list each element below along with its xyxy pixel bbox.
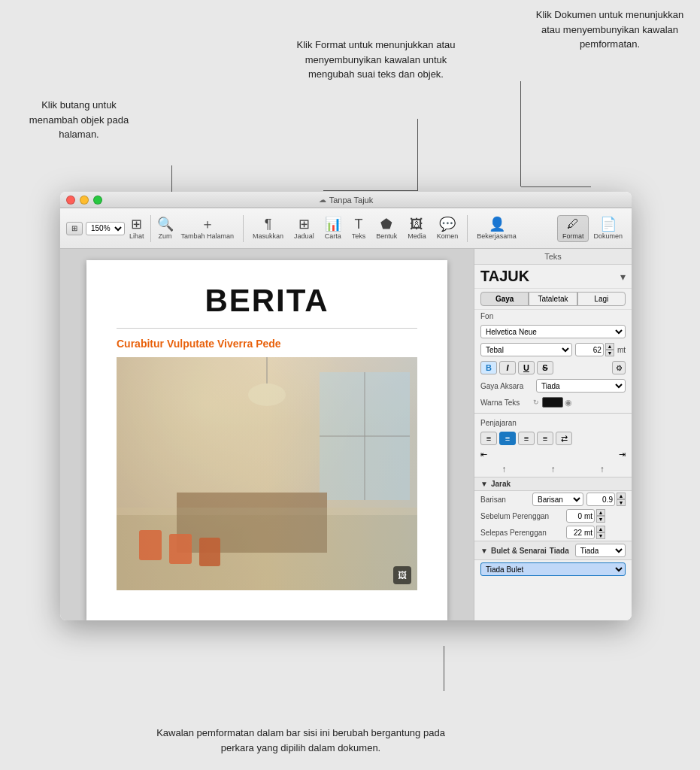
alignment-label: Penjajaran [480,419,517,427]
document-page: BERITA Curabitur Vulputate Viverra Pede [86,260,447,620]
sidebar-tabs-row: Gaya Tataletak Lagi [474,289,632,310]
alignment-label-row: Penjajaran [474,417,632,429]
zoom-select[interactable]: 150% 100% 75% [86,222,125,235]
before-para-label: Sebelum Perenggan [480,512,563,520]
color-wheel-icon[interactable]: ◉ [565,398,572,408]
align-indent-button[interactable]: ⇄ [556,432,572,445]
line-spacing-select[interactable]: Barisan [532,493,583,506]
font-name-select[interactable]: Helvetica Neue [480,325,626,338]
insert-button[interactable]: ¶ Masukkan [250,216,286,241]
spacing-up-center[interactable]: ↑ [550,464,555,474]
media-button[interactable]: 🖼 Media [405,216,429,241]
callout-line-middle [417,119,418,190]
line-spacing-value-group: ▲ ▼ [586,493,626,506]
view-button[interactable]: ⊞ [66,222,83,235]
font-weight-select[interactable]: Tebal Biasa [480,343,572,356]
callout-line-left [171,165,172,192]
after-para-row: Selepas Perenggan ▲ ▼ [474,524,632,541]
paragraph-style-chevron[interactable]: ▾ [620,271,626,283]
collaborate-button[interactable]: 👤 Bekerjasama [474,216,520,241]
document-headline: BERITA [117,283,417,319]
zoom-icon: 🔍 [157,217,174,231]
chart-button[interactable]: 📊 Carta [322,216,344,241]
before-para-up[interactable]: ▲ [596,509,605,516]
line-spacing-up[interactable]: ▲ [617,493,626,499]
font-size-stepper: ▲ ▼ [605,343,614,356]
text-color-label: Warna Teks [480,399,533,407]
font-size-unit: mt [617,346,626,354]
spacing-up-right[interactable]: ↑ [600,464,605,474]
comment-button[interactable]: 💬 Komen [434,216,462,241]
bullets-section[interactable]: ▼ Bulet & Senarai Tiada Tiada [474,541,632,560]
bold-button[interactable]: B [480,361,497,374]
callout-line-top-right-h [521,186,591,187]
text-options-button[interactable]: ⚙ [612,361,626,374]
font-size-up[interactable]: ▲ [605,343,614,350]
view-icon: ⊞ [131,217,142,231]
document-button[interactable]: 📄 Dokumen [590,216,626,241]
align-left-button[interactable]: ≡ [480,432,497,445]
strikethrough-button[interactable]: S [537,361,553,374]
tab-gaya[interactable]: Gaya [480,292,529,306]
tab-tataletak[interactable]: Tataletak [529,292,577,306]
tiada-bulet-select[interactable]: Tiada Bulet [480,562,626,576]
bullets-triangle: ▼ [480,547,488,555]
char-style-select[interactable]: Tiada [536,379,626,393]
spacing-triangle: ▼ [480,480,488,488]
maximize-button[interactable] [93,196,102,205]
align-justify-button[interactable]: ≡ [537,432,553,445]
add-page-button[interactable]: ＋ Tambah Halaman [178,216,238,241]
minimize-button[interactable] [80,196,89,205]
font-section-label: Fon [480,312,493,320]
svg-rect-8 [169,534,192,564]
add-icon: ＋ [201,217,214,231]
bullets-select[interactable]: Tiada [575,544,626,557]
annotation-top-right: Klik Dokumen untuk menunjukkan atau meny… [527,8,692,52]
spacing-section[interactable]: ▼ Jarak [474,477,632,491]
increase-indent-button[interactable]: ⇥ [619,450,626,459]
image-badge[interactable]: 🖼 [393,566,411,584]
after-para-input[interactable] [566,526,595,539]
main-window: ☁ Tanpa Tajuk ⊞ 150% 100% 75% ⊞ Lihat 🔍 … [60,192,632,620]
font-size-down[interactable]: ▼ [605,350,614,356]
font-section-label-row: Fon [474,310,632,323]
character-style-row: Gaya Aksara Tiada [474,377,632,395]
shape-button[interactable]: ⬟ Bentuk [373,216,400,241]
before-para-input[interactable] [566,509,595,523]
tab-lagi[interactable]: Lagi [577,292,626,306]
color-refresh-icon[interactable]: ↻ [533,399,539,406]
align-center-button[interactable]: ≡ [499,432,516,445]
format-button[interactable]: 🖊 Format [557,215,589,242]
chart-icon: 📊 [325,217,341,231]
spacing-up-left[interactable]: ↑ [502,464,506,474]
line-spacing-input[interactable] [586,493,615,506]
format-icon: 🖊 [567,217,579,231]
toolbar-separator-1 [150,215,151,242]
underline-button[interactable]: U [518,361,535,374]
toolbar-separator-2 [243,215,244,242]
insert-icon: ¶ [265,217,272,231]
font-name-row: Helvetica Neue [474,323,632,341]
before-para-down[interactable]: ▼ [596,516,605,523]
comment-icon: 💬 [439,217,456,231]
text-color-swatch[interactable] [542,397,563,408]
content-area: BERITA Curabitur Vulputate Viverra Pede [60,249,632,620]
callout-line-top-right [520,81,521,186]
toolbar-right-group: 🖊 Format 📄 Dokumen [557,215,626,242]
line-spacing-row: Barisan Barisan ▲ ▼ [474,491,632,508]
italic-button[interactable]: I [499,361,516,374]
format-icons-row: B I U S ⚙ [474,359,632,377]
close-button[interactable] [66,196,75,205]
document-canvas[interactable]: BERITA Curabitur Vulputate Viverra Pede [60,249,474,620]
decrease-indent-button[interactable]: ⇤ [480,450,487,459]
font-size-input[interactable] [575,343,604,356]
align-right-button[interactable]: ≡ [518,432,535,445]
font-size-group: ▲ ▼ [575,343,614,356]
table-button[interactable]: ⊞ Jadual [291,216,317,241]
document-subhead: Curabitur Vulputate Viverra Pede [117,338,417,350]
document-icon: 📄 [600,217,617,231]
text-button[interactable]: T Teks [349,216,369,241]
after-para-down[interactable]: ▼ [596,532,605,539]
line-spacing-down[interactable]: ▼ [617,499,626,506]
after-para-up[interactable]: ▲ [596,526,605,532]
